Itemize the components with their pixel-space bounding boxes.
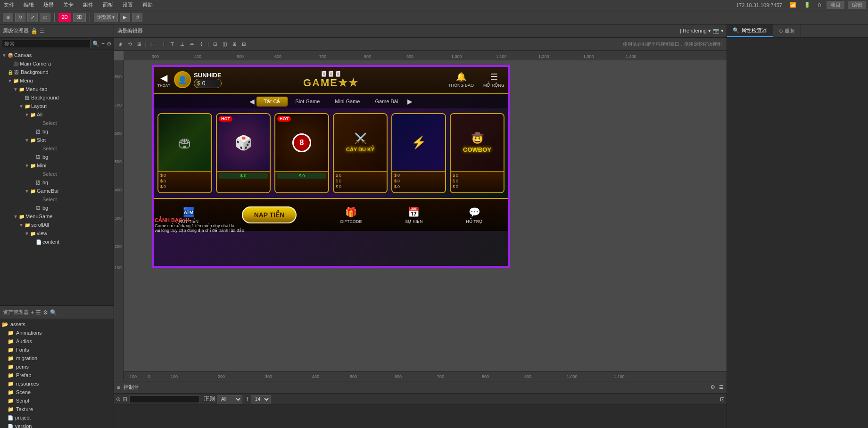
tree-item-view[interactable]: ▼ 📁 view [0, 229, 114, 238]
scene-tool-8[interactable]: ⊟ [240, 40, 248, 49]
scene-tool-1[interactable]: ⊕ [116, 40, 124, 49]
refresh-btn[interactable]: ↺ [132, 13, 142, 22]
game-card-cowboy[interactable]: 🤠 COWBOY $0 $0 $0 [450, 113, 504, 193]
tree-item-menu-tab[interactable]: ▼ 📁 Menu-tab [0, 85, 114, 93]
tab-slot[interactable]: Slot Game [288, 97, 327, 106]
tree-item-layout[interactable]: ▼ 📁 Layout [0, 102, 114, 110]
console-collapse-icon[interactable]: ≡ [117, 385, 120, 390]
tree-item-select-all[interactable]: Select [0, 119, 114, 127]
console-level-select[interactable]: All Error Warn Info [217, 395, 242, 403]
assets-item-version[interactable]: 📄 version [0, 422, 114, 428]
tab-all[interactable]: Tất Cả [256, 97, 288, 107]
tree-item-gamebai[interactable]: ▼ 📁 GameBai [0, 187, 114, 195]
search-icon[interactable]: 🔍 [92, 41, 99, 47]
menu-help[interactable]: 帮助 [141, 1, 155, 8]
tree-item-bg-slot[interactable]: 🖼 bg [0, 153, 114, 161]
game-card-avengers[interactable]: ⚡ $0 $0 $0 [391, 113, 446, 193]
scale-tool-btn[interactable]: ⤢ [27, 13, 38, 22]
assets-list-icon[interactable]: ☰ [36, 309, 41, 316]
tree-item-all[interactable]: ▼ 📁 All [0, 110, 114, 119]
tab-inspector[interactable]: 🔍 属性检查器 [727, 25, 773, 37]
tree-item-main-camera[interactable]: 🎥 Main Camera [0, 59, 114, 68]
assets-item-resources[interactable]: 📁 resources [0, 379, 114, 388]
tab-next-arrow[interactable]: ▶ [405, 98, 414, 105]
tree-item-menugame[interactable]: ▼ 📁 MenuGame [0, 212, 114, 221]
menu-panel[interactable]: 面板 [101, 1, 115, 8]
menu-settings[interactable]: 设置 [121, 1, 135, 8]
tree-item-menu[interactable]: ▼ 📁 Menu [0, 76, 114, 85]
console-copy-btn[interactable]: ⊡ [123, 396, 127, 403]
assets-item-fonts[interactable]: 📁 Fonts [0, 346, 114, 354]
game-card-billiard[interactable]: HOT 8 $ 0 [274, 113, 329, 193]
scene-tool-3[interactable]: ⊞ [135, 40, 143, 49]
scene-tool-align-right[interactable]: ⊤ [168, 40, 177, 49]
scene-tool-align-left[interactable]: ⊢ [148, 40, 157, 49]
hierarchy-settings-icon[interactable]: ⚙ [107, 41, 112, 47]
console-clear-btn[interactable]: ⊘ [116, 396, 121, 403]
notification-btn[interactable]: 🔔 THÔNG BÁO [448, 72, 474, 88]
assets-item-script[interactable]: 📁 Script [0, 396, 114, 405]
scene-tool-align-top[interactable]: ⊥ [178, 40, 187, 49]
scene-tool-dist-h[interactable]: ⇔ [188, 40, 196, 49]
console-filter-input[interactable] [129, 395, 200, 403]
scene-tool-2[interactable]: ⟲ [125, 40, 134, 49]
console-expand-btn[interactable]: ⊡ [720, 396, 725, 403]
tab-prev-arrow[interactable]: ◀ [248, 98, 256, 105]
play-btn[interactable]: ▶ [120, 13, 130, 22]
edit-btn[interactable]: 编辑 [848, 1, 866, 9]
assets-search-icon[interactable]: 🔍 [50, 309, 57, 316]
menu-file[interactable]: 文件 [2, 1, 16, 8]
hierarchy-search-input[interactable] [2, 40, 91, 48]
tree-item-canvas[interactable]: ▼ 📦 Canvas [0, 51, 114, 59]
menu-edit[interactable]: 编辑 [22, 1, 36, 8]
tree-item-select-mini[interactable]: Select [0, 170, 114, 178]
assets-add-icon[interactable]: + [31, 309, 34, 316]
browser-btn[interactable]: 浏览器 ▾ [94, 13, 118, 22]
console-menu-icon[interactable]: ☰ [719, 384, 724, 390]
tree-item-select-gamebai[interactable]: Select [0, 195, 114, 204]
tree-item-select-slot[interactable]: Select [0, 144, 114, 153]
assets-item-texture[interactable]: 📁 Texture [0, 405, 114, 413]
assets-item-scene[interactable]: 📁 Scene [0, 388, 114, 396]
game-card-stadium[interactable]: 🏟 $0 $0 $0 [157, 113, 212, 193]
camera-btn[interactable]: 📷 ▾ [713, 28, 724, 34]
scene-tool-align-center[interactable]: ⊣ [158, 40, 167, 49]
scene-tool-5[interactable]: ⊡ [211, 40, 219, 49]
game-card-dice[interactable]: HOT 🎲 $ 0 [216, 113, 271, 193]
scene-tool-7[interactable]: ⊞ [230, 40, 239, 49]
tab-mini[interactable]: Mini Game [327, 97, 367, 106]
tree-item-scrollall[interactable]: ▼ 📁 scrollAll [0, 221, 114, 229]
assets-item-project[interactable]: 📄 project [0, 413, 114, 422]
menu-level[interactable]: 关卡 [61, 1, 75, 8]
tree-item-slot[interactable]: ▼ 📁 Slot [0, 136, 114, 144]
rect-tool-btn[interactable]: ▭ [40, 13, 50, 22]
assets-item-root[interactable]: 📂 assets [0, 320, 114, 329]
assets-settings-icon[interactable]: ⚙ [43, 309, 48, 316]
menu-component[interactable]: 组件 [81, 1, 95, 8]
tree-item-background-1[interactable]: 🔒 🖼 Background [0, 68, 114, 76]
assets-item-animations[interactable]: 📁 Animations [0, 329, 114, 337]
2d-mode-btn[interactable]: 2D [58, 13, 71, 22]
scene-tool-dist-v[interactable]: ⇕ [197, 40, 206, 49]
rotate-tool-btn[interactable]: ↻ [15, 13, 25, 22]
game-card-warrior[interactable]: ⚔️ CÂY DU KỶ $0 $0 $0 [333, 113, 388, 193]
tree-item-bg-gamebai[interactable]: 🖼 bg [0, 204, 114, 212]
tree-item-content[interactable]: 📄 content [0, 238, 114, 246]
scene-canvas[interactable]: 300 400 500 600 700 800 900 1,000 1,100 … [114, 51, 727, 381]
project-btn[interactable]: 项目 [827, 1, 844, 9]
tree-item-background-2[interactable]: 🖼 Background [0, 93, 114, 102]
tree-item-mini[interactable]: ▼ 📁 Mini [0, 161, 114, 170]
tab-service[interactable]: ◇ 服务 [773, 25, 801, 37]
menu-scene[interactable]: 场景 [41, 1, 56, 8]
assets-item-audios[interactable]: 📁 Audios [0, 337, 114, 346]
console-fontsize-select[interactable]: 14 12 16 [251, 395, 271, 403]
rendering-btn[interactable]: | Rendering ▾ [680, 28, 711, 34]
3d-mode-btn[interactable]: 3D [73, 13, 86, 22]
scene-tool-6[interactable]: ◫ [220, 40, 229, 49]
move-tool-btn[interactable]: ⊕ [3, 13, 13, 22]
assets-item-migration[interactable]: 📁 migration [0, 354, 114, 362]
expand-btn[interactable]: ☰ MỞ RỘNG [483, 72, 504, 88]
console-settings-icon[interactable]: ⚙ [711, 384, 715, 390]
assets-item-prefab[interactable]: 📁 Prefab [0, 371, 114, 379]
tree-item-bg-mini[interactable]: 🖼 bg [0, 178, 114, 187]
